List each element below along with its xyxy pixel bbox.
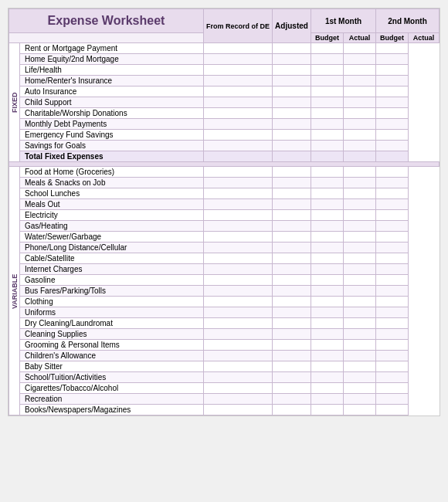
data-cell[interactable] bbox=[376, 199, 409, 210]
data-cell[interactable] bbox=[273, 361, 311, 372]
data-cell[interactable] bbox=[273, 76, 311, 86]
data-cell[interactable] bbox=[344, 297, 376, 307]
data-cell[interactable] bbox=[203, 340, 272, 351]
data-cell[interactable] bbox=[376, 372, 409, 383]
data-cell[interactable] bbox=[344, 151, 376, 162]
data-cell[interactable] bbox=[273, 65, 311, 76]
data-cell[interactable] bbox=[344, 253, 376, 264]
data-cell[interactable] bbox=[311, 340, 344, 351]
data-cell[interactable] bbox=[376, 264, 409, 275]
data-cell[interactable] bbox=[344, 119, 376, 130]
data-cell[interactable] bbox=[311, 199, 344, 210]
data-cell[interactable] bbox=[376, 297, 409, 307]
data-cell[interactable] bbox=[344, 394, 376, 405]
data-cell[interactable] bbox=[273, 43, 311, 54]
data-cell[interactable] bbox=[311, 221, 344, 232]
data-cell[interactable] bbox=[273, 275, 311, 286]
data-cell[interactable] bbox=[203, 97, 272, 108]
data-cell[interactable] bbox=[311, 318, 344, 329]
data-cell[interactable] bbox=[311, 119, 344, 130]
data-cell[interactable] bbox=[376, 383, 409, 394]
data-cell[interactable] bbox=[273, 351, 311, 361]
data-cell[interactable] bbox=[311, 232, 344, 243]
data-cell[interactable] bbox=[376, 232, 409, 243]
data-cell[interactable] bbox=[273, 253, 311, 264]
data-cell[interactable] bbox=[311, 178, 344, 188]
data-cell[interactable] bbox=[273, 119, 311, 130]
data-cell[interactable] bbox=[311, 65, 344, 76]
data-cell[interactable] bbox=[311, 210, 344, 221]
data-cell[interactable] bbox=[344, 130, 376, 141]
data-cell[interactable] bbox=[311, 275, 344, 286]
data-cell[interactable] bbox=[344, 405, 376, 416]
data-cell[interactable] bbox=[203, 297, 272, 307]
data-cell[interactable] bbox=[311, 76, 344, 86]
data-cell[interactable] bbox=[203, 329, 272, 340]
data-cell[interactable] bbox=[376, 43, 409, 54]
data-cell[interactable] bbox=[273, 340, 311, 351]
data-cell[interactable] bbox=[203, 232, 272, 243]
data-cell[interactable] bbox=[311, 151, 344, 162]
data-cell[interactable] bbox=[376, 97, 409, 108]
data-cell[interactable] bbox=[376, 361, 409, 372]
data-cell[interactable] bbox=[344, 54, 376, 65]
data-cell[interactable] bbox=[344, 318, 376, 329]
data-cell[interactable] bbox=[376, 108, 409, 119]
data-cell[interactable] bbox=[203, 65, 272, 76]
data-cell[interactable] bbox=[344, 97, 376, 108]
data-cell[interactable] bbox=[376, 329, 409, 340]
data-cell[interactable] bbox=[273, 188, 311, 199]
data-cell[interactable] bbox=[344, 76, 376, 86]
data-cell[interactable] bbox=[203, 43, 272, 54]
data-cell[interactable] bbox=[203, 76, 272, 86]
data-cell[interactable] bbox=[344, 141, 376, 151]
data-cell[interactable] bbox=[344, 108, 376, 119]
data-cell[interactable] bbox=[376, 188, 409, 199]
data-cell[interactable] bbox=[311, 188, 344, 199]
data-cell[interactable] bbox=[203, 405, 272, 416]
data-cell[interactable] bbox=[344, 232, 376, 243]
data-cell[interactable] bbox=[376, 243, 409, 253]
data-cell[interactable] bbox=[273, 178, 311, 188]
data-cell[interactable] bbox=[344, 210, 376, 221]
data-cell[interactable] bbox=[344, 221, 376, 232]
data-cell[interactable] bbox=[203, 86, 272, 97]
data-cell[interactable] bbox=[203, 253, 272, 264]
data-cell[interactable] bbox=[203, 351, 272, 361]
data-cell[interactable] bbox=[203, 178, 272, 188]
data-cell[interactable] bbox=[203, 221, 272, 232]
data-cell[interactable] bbox=[344, 340, 376, 351]
data-cell[interactable] bbox=[273, 307, 311, 318]
data-cell[interactable] bbox=[203, 243, 272, 253]
data-cell[interactable] bbox=[376, 221, 409, 232]
data-cell[interactable] bbox=[376, 151, 409, 162]
data-cell[interactable] bbox=[311, 372, 344, 383]
data-cell[interactable] bbox=[311, 264, 344, 275]
data-cell[interactable] bbox=[344, 243, 376, 253]
data-cell[interactable] bbox=[344, 65, 376, 76]
data-cell[interactable] bbox=[311, 394, 344, 405]
data-cell[interactable] bbox=[376, 286, 409, 297]
data-cell[interactable] bbox=[376, 119, 409, 130]
data-cell[interactable] bbox=[376, 86, 409, 97]
data-cell[interactable] bbox=[376, 351, 409, 361]
data-cell[interactable] bbox=[203, 275, 272, 286]
data-cell[interactable] bbox=[344, 275, 376, 286]
data-cell[interactable] bbox=[311, 383, 344, 394]
data-cell[interactable] bbox=[273, 151, 311, 162]
data-cell[interactable] bbox=[344, 383, 376, 394]
data-cell[interactable] bbox=[376, 54, 409, 65]
data-cell[interactable] bbox=[203, 151, 272, 162]
data-cell[interactable] bbox=[344, 329, 376, 340]
data-cell[interactable] bbox=[273, 108, 311, 119]
data-cell[interactable] bbox=[311, 351, 344, 361]
data-cell[interactable] bbox=[203, 141, 272, 151]
data-cell[interactable] bbox=[344, 43, 376, 54]
data-cell[interactable] bbox=[203, 119, 272, 130]
data-cell[interactable] bbox=[376, 178, 409, 188]
data-cell[interactable] bbox=[311, 141, 344, 151]
data-cell[interactable] bbox=[203, 188, 272, 199]
data-cell[interactable] bbox=[273, 167, 311, 178]
data-cell[interactable] bbox=[376, 405, 409, 416]
data-cell[interactable] bbox=[203, 286, 272, 297]
